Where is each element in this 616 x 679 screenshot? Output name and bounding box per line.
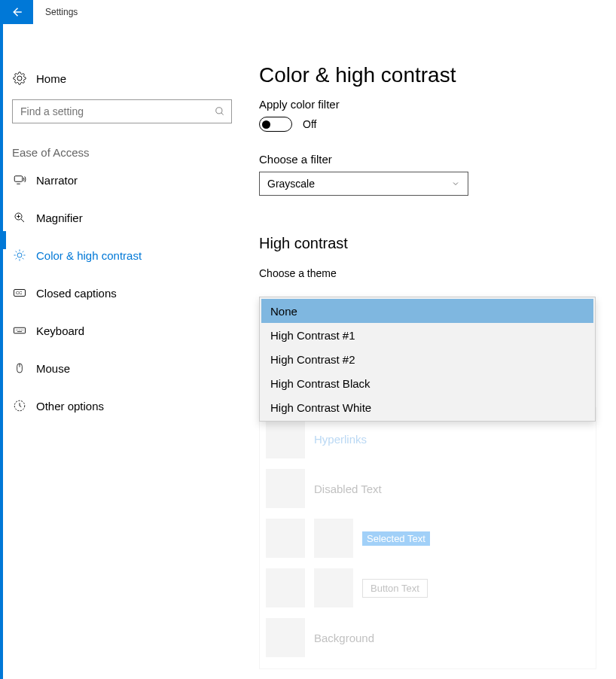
theme-option-none[interactable]: None: [261, 299, 593, 323]
choose-filter-label: Choose a filter: [259, 153, 602, 166]
nav-closed-captions[interactable]: CC Closed captions: [12, 278, 232, 308]
color-filter-toggle[interactable]: [259, 117, 292, 132]
preview-button: Button Text: [362, 579, 428, 598]
filter-combobox[interactable]: Grayscale: [259, 172, 468, 196]
nav-item-label: Magnifier: [36, 212, 83, 224]
nav-item-label: Other options: [36, 400, 104, 413]
svg-text:CC: CC: [16, 291, 23, 295]
choose-theme-label: Choose a theme: [259, 267, 602, 279]
color-swatch[interactable]: [266, 519, 305, 558]
nav-magnifier[interactable]: Magnifier: [12, 202, 232, 233]
mouse-icon: [12, 361, 27, 375]
narrator-icon: [12, 173, 27, 187]
svg-point-11: [23, 330, 23, 330]
nav-color-high-contrast[interactable]: Color & high contrast: [12, 240, 232, 270]
selection-indicator: [3, 231, 6, 249]
apply-filter-label: Apply color filter: [259, 98, 602, 111]
search-icon: [215, 106, 225, 117]
brightness-icon: [12, 248, 27, 262]
svg-point-8: [17, 330, 18, 330]
gear-icon: [12, 72, 27, 85]
back-arrow-icon: [10, 5, 23, 19]
nav-item-label: Keyboard: [36, 324, 84, 337]
sidebar: Home Ease of Access Narrator Magnifier C…: [12, 63, 232, 421]
preview-disabled: Disabled Text: [314, 483, 382, 495]
left-accent-bar: [0, 0, 3, 679]
nav-keyboard[interactable]: Keyboard: [12, 315, 232, 346]
svg-point-10: [21, 330, 22, 330]
nav-item-label: Closed captions: [36, 287, 117, 300]
color-swatch[interactable]: [266, 419, 305, 458]
nav-item-label: Mouse: [36, 362, 70, 375]
theme-option-hc-black[interactable]: High Contrast Black: [261, 371, 593, 395]
main-content: Color & high contrast Apply color filter…: [259, 63, 602, 679]
search-input[interactable]: [19, 105, 200, 118]
svg-point-7: [16, 330, 17, 330]
nav-mouse[interactable]: Mouse: [12, 353, 232, 383]
toggle-state-label: Off: [303, 118, 316, 130]
other-options-icon: [12, 399, 27, 413]
app-title: Settings: [45, 7, 78, 17]
theme-preview-panel: Hyperlinks Disabled Text Selected Text B…: [259, 407, 596, 669]
high-contrast-section-title: High contrast: [259, 235, 602, 252]
nav-item-label: Color & high contrast: [36, 249, 142, 262]
chevron-down-icon: [451, 179, 460, 188]
preview-background: Background: [314, 632, 374, 644]
theme-option-hc2[interactable]: High Contrast #2: [261, 347, 593, 371]
nav-home-label: Home: [36, 72, 66, 85]
color-swatch[interactable]: [266, 618, 305, 657]
preview-hyperlinks: Hyperlinks: [314, 433, 367, 446]
keyboard-icon: [12, 324, 27, 337]
nav-narrator[interactable]: Narrator: [12, 165, 232, 195]
nav-home[interactable]: Home: [12, 63, 232, 93]
magnifier-icon: [12, 211, 27, 224]
svg-rect-12: [17, 331, 22, 332]
color-swatch[interactable]: [266, 469, 305, 508]
svg-point-0: [216, 108, 222, 114]
toggle-knob: [262, 120, 270, 129]
preview-selected: Selected Text: [362, 531, 430, 546]
color-swatch[interactable]: [314, 519, 353, 558]
window-header: Settings: [0, 0, 78, 24]
back-button[interactable]: [0, 0, 33, 24]
nav-category: Ease of Access: [12, 146, 232, 159]
color-swatch[interactable]: [314, 568, 353, 607]
page-title: Color & high contrast: [259, 63, 602, 87]
nav-item-label: Narrator: [36, 174, 78, 187]
svg-point-9: [19, 330, 20, 330]
search-box[interactable]: [12, 99, 232, 123]
svg-point-3: [17, 253, 22, 257]
theme-option-hc-white[interactable]: High Contrast White: [261, 395, 593, 419]
theme-option-hc1[interactable]: High Contrast #1: [261, 323, 593, 347]
nav-other-options[interactable]: Other options: [12, 391, 232, 421]
svg-rect-6: [14, 327, 26, 333]
theme-dropdown[interactable]: None High Contrast #1 High Contrast #2 H…: [259, 297, 596, 422]
color-swatch[interactable]: [266, 568, 305, 607]
svg-rect-1: [14, 176, 23, 182]
filter-value: Grayscale: [267, 178, 315, 190]
cc-icon: CC: [12, 286, 27, 300]
